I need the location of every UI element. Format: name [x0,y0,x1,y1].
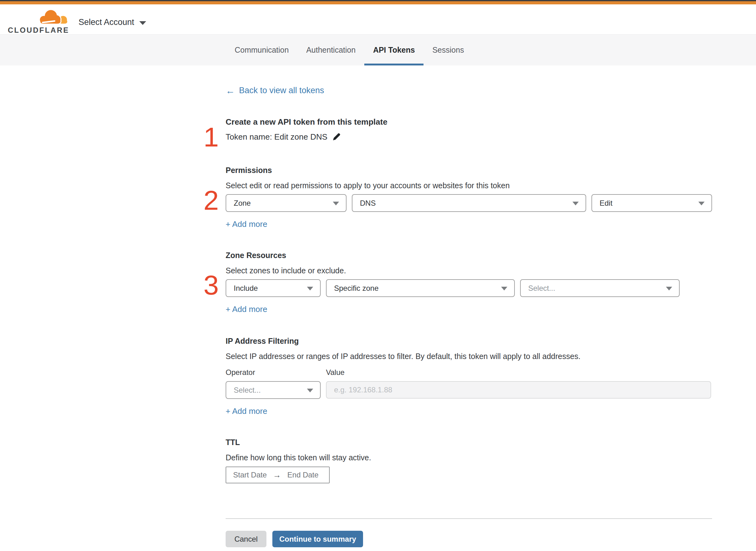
tab-bar: Communication Authentication API Tokens … [0,34,756,65]
permissions-section: 2 Permissions Select edit or read permis… [226,166,712,229]
tab-communication[interactable]: Communication [226,35,297,65]
tab-sessions[interactable]: Sessions [424,35,473,65]
back-link-label: Back to view all tokens [239,86,324,95]
zone-resources-section: 3 Zone Resources Select zones to include… [226,251,712,314]
permission-scope-select[interactable]: Zone [226,194,346,212]
zone-resources-add-more-link[interactable]: + Add more [226,304,267,314]
zone-name-select[interactable]: Select... [520,279,680,297]
footer-divider [226,518,712,519]
tab-authentication[interactable]: Authentication [297,35,364,65]
end-date-placeholder: End Date [287,471,318,479]
tab-label: API Tokens [373,45,415,55]
ip-value-input[interactable] [326,381,711,399]
tab-label: Sessions [432,45,464,55]
step-number-2: 2 [202,187,219,214]
select-value: Zone [234,199,251,207]
zone-include-exclude-select[interactable]: Include [226,279,321,297]
cancel-button[interactable]: Cancel [226,531,266,547]
step-number-3: 3 [202,271,219,299]
chevron-down-icon [573,202,579,205]
tab-label: Authentication [306,45,355,55]
chevron-down-icon [333,202,339,205]
cloudflare-cloud-icon [39,9,69,25]
ip-operator-select[interactable]: Select... [226,381,321,399]
chevron-down-icon [139,21,146,25]
cloudflare-logo[interactable]: CLOUDFLARE [8,9,69,35]
select-value: Specific zone [334,284,379,293]
step-number-1: 1 [202,123,219,151]
chevron-down-icon [698,202,705,205]
tab-api-tokens[interactable]: API Tokens [364,35,424,65]
ttl-section: TTL Define how long this token will stay… [226,438,712,483]
ttl-description: Define how long this token will stay act… [226,453,712,462]
edit-pencil-icon[interactable] [332,132,341,141]
ip-filtering-labels: Operator Value [226,368,712,377]
permission-level-select[interactable]: Edit [592,194,712,212]
page-title: Create a new API token from this templat… [226,117,712,126]
ip-filtering-description: Select IP addresses or ranges of IP addr… [226,352,712,361]
select-value: Include [234,284,258,293]
start-date-placeholder: Start Date [233,471,267,479]
account-selector-label: Select Account [78,17,134,27]
value-label: Value [326,368,345,377]
brand-accent-bar [0,1,756,4]
select-placeholder: Select... [234,386,261,395]
select-value: Edit [600,199,612,207]
token-name-row: Token name: Edit zone DNS [226,132,712,142]
zone-type-select[interactable]: Specific zone [326,279,515,297]
permissions-heading: Permissions [226,166,712,174]
brand-name: CLOUDFLARE [8,26,69,35]
zone-resources-heading: Zone Resources [226,251,712,259]
permissions-row: Zone DNS Edit [226,194,712,212]
zone-resources-description: Select zones to include or exclude. [226,266,712,275]
arrow-right-icon: → [273,470,281,480]
main-content: ← Back to view all tokens 1 Create a new… [226,65,712,547]
chevron-down-icon [307,389,313,392]
zone-resources-row: Include Specific zone Select... [226,279,712,297]
operator-label: Operator [226,368,326,377]
ip-filtering-section: IP Address Filtering Select IP addresses… [226,337,712,416]
form-actions: Cancel Continue to summary [226,531,712,547]
chevron-down-icon [501,287,507,291]
back-arrow-icon: ← [226,86,235,95]
ttl-heading: TTL [226,438,712,447]
ip-filtering-row: Select... [226,381,712,399]
select-placeholder: Select... [528,284,555,293]
continue-to-summary-button[interactable]: Continue to summary [272,531,363,547]
back-link[interactable]: ← Back to view all tokens [226,86,324,95]
chevron-down-icon [666,287,672,291]
date-range-picker[interactable]: Start Date → End Date [226,467,330,483]
permissions-description: Select edit or read permissions to apply… [226,181,712,190]
ip-filtering-add-more-link[interactable]: + Add more [226,406,267,416]
header: CLOUDFLARE Select Account [0,4,756,34]
permissions-add-more-link[interactable]: + Add more [226,219,267,229]
select-value: DNS [360,199,376,207]
chevron-down-icon [307,287,313,291]
tab-label: Communication [235,45,289,55]
permission-group-select[interactable]: DNS [352,194,586,212]
account-selector[interactable]: Select Account [78,17,146,27]
token-template-section: 1 Create a new API token from this templ… [226,117,712,142]
ip-filtering-heading: IP Address Filtering [226,337,712,345]
token-name-text: Token name: Edit zone DNS [226,132,327,142]
